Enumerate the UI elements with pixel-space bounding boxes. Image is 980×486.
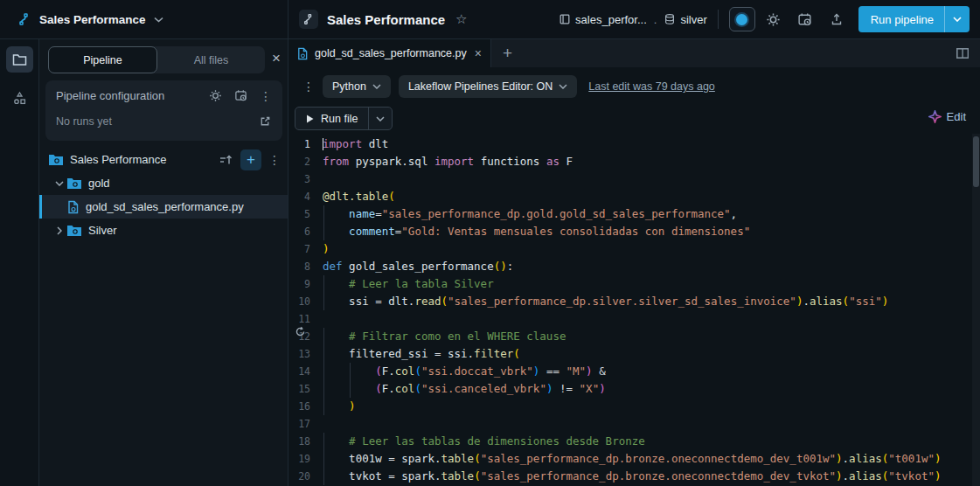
split-view-icon[interactable] [956, 47, 980, 59]
sidebar-tabs: Pipeline All files [48, 46, 265, 73]
compute-status-button[interactable] [729, 7, 755, 31]
share-icon[interactable] [824, 7, 850, 31]
schema-name: silver [680, 13, 706, 26]
favorite-star-icon[interactable]: ☆ [455, 11, 467, 27]
run-file-dropdown[interactable] [369, 116, 392, 122]
config-kebab-icon[interactable]: ⋮ [260, 90, 272, 102]
code-text: @dlt.table( [323, 188, 395, 205]
editor-tab-active[interactable]: gold_sd_sales_performance.py × [288, 39, 491, 67]
run-file-button[interactable]: Run file [295, 107, 393, 130]
tree-item-label: gold_sd_sales_performance.py [86, 200, 244, 213]
run-pipeline-button[interactable]: Run pipeline [858, 6, 970, 32]
code-text: ) [323, 240, 330, 258]
editor-scrollbar[interactable] [972, 134, 980, 486]
mode-label: Lakeflow Pipelines Editor: ON [408, 80, 553, 93]
last-edit-link[interactable]: Last edit was 79 days ago [588, 80, 715, 93]
code-text: ssi = dlt.read("sales_performance_dp.sil… [323, 293, 888, 310]
code-line[interactable]: 5 name="sales_performance_dp.gold.gold_s… [288, 205, 972, 223]
code-text: def gold_sales_performance(): [323, 258, 513, 275]
toolbar-kebab-icon[interactable]: ⋮ [288, 80, 323, 94]
code-line[interactable]: 7) [288, 240, 972, 258]
code-line[interactable]: 20 tvkot = spark.table("sales_performanc… [288, 468, 972, 485]
tree-item-gold[interactable]: gold [39, 171, 288, 195]
pipeline-configuration-card: Pipeline configuration ⋮ No runs yet [45, 80, 282, 141]
language-selector[interactable]: Python [323, 75, 391, 98]
code-line[interactable]: 13 filtered_ssi = ssi.filter( [288, 345, 972, 363]
code-line[interactable]: 1import dlt [288, 135, 972, 153]
code-line[interactable]: 2from pyspark.sql import functions as F [288, 153, 972, 170]
chevron-right-icon[interactable] [52, 226, 66, 235]
sidebar: Pipeline All files × Pipeline configurat… [39, 39, 288, 486]
folder-icon [66, 224, 82, 237]
tab-pipeline[interactable]: Pipeline [48, 46, 157, 73]
code-line[interactable]: 10 ssi = dlt.read("sales_performance_dp.… [288, 293, 972, 310]
code-line[interactable]: 17 [288, 415, 972, 433]
code-line[interactable]: 14 (F.col("ssi.doccat_vbrk") == "M") & [288, 363, 972, 380]
app: Sales Performance Sales Performance ☆ sa… [0, 0, 980, 486]
pipeline-graph-rail-button[interactable] [6, 85, 33, 111]
tab-all-files[interactable]: All files [157, 46, 265, 73]
files-rail-button[interactable] [6, 46, 33, 73]
code-line[interactable]: 3 [288, 170, 972, 188]
file-icon [296, 47, 309, 60]
close-tab-icon[interactable]: × [475, 46, 482, 60]
pipelines-editor-mode-selector[interactable]: Lakeflow Pipelines Editor: ON [399, 75, 577, 98]
config-schedule-icon[interactable] [234, 89, 247, 102]
config-gear-icon[interactable] [209, 89, 222, 102]
code-line[interactable]: 9 # Leer la tabla Silver [288, 275, 972, 293]
code-line[interactable]: 12 # Filtrar como en el WHERE clause [288, 328, 972, 345]
text-cursor [323, 138, 323, 150]
add-file-button[interactable]: + [240, 149, 261, 170]
run-pipeline-dropdown[interactable] [945, 17, 970, 22]
chevron-down-icon[interactable] [52, 181, 66, 186]
code-line[interactable]: 18 # Leer las tablas de dimensiones desd… [288, 433, 972, 450]
sort-icon[interactable] [219, 154, 233, 166]
external-link-icon[interactable] [259, 115, 272, 128]
dlt-table-refresh-icon[interactable] [295, 326, 306, 337]
language-label: Python [332, 80, 366, 93]
code-line[interactable]: 4@dlt.table( [288, 188, 972, 205]
code-line[interactable]: 11 [288, 310, 972, 328]
settings-gear-icon[interactable] [761, 7, 787, 31]
tree-item-gold-sd-sales-performance[interactable]: gold_sd_sales_performance.py [39, 195, 288, 219]
line-number: 19 [288, 450, 323, 468]
code-area[interactable]: 1import dlt2from pyspark.sql import func… [288, 135, 972, 486]
line-number: 9 [288, 275, 323, 293]
code-text: t001w = spark.table("sales_performance_d… [323, 450, 942, 468]
line-number: 13 [288, 345, 323, 363]
catalog-icon [559, 13, 571, 25]
tree-kebab-icon[interactable]: ⋮ [268, 154, 281, 166]
page-title: Sales Performance [327, 12, 445, 27]
scrollbar-thumb[interactable] [973, 136, 979, 187]
folder-icon [48, 153, 64, 166]
pipeline-title-icon [299, 10, 318, 29]
catalog-selector[interactable]: sales_perfor... . silver [559, 13, 707, 26]
file-icon [66, 200, 80, 214]
edit-label: Edit [947, 110, 966, 123]
config-title: Pipeline configuration [56, 89, 209, 102]
line-number: 14 [288, 363, 323, 380]
code-line[interactable]: 8def gold_sales_performance(): [288, 258, 972, 275]
schema-icon [664, 13, 676, 25]
new-tab-button[interactable]: + [491, 44, 524, 63]
tree-root-label: Sales Performance [70, 153, 219, 166]
line-number: 5 [288, 205, 323, 223]
tree-root-sales-performance[interactable]: Sales Performance + ⋮ [39, 148, 288, 171]
code-text: (F.col("ssi.doccat_vbrk") == "M") & [323, 363, 606, 380]
line-number: 10 [288, 293, 323, 310]
line-number: 3 [288, 170, 323, 188]
code-line[interactable]: 15 (F.col("ssi.canceled_vbrk") != "X") [288, 380, 972, 398]
code-line[interactable]: 6 comment="Gold: Ventas mensuales consol… [288, 223, 972, 240]
schedule-calendar-icon[interactable] [792, 7, 818, 31]
topbar-actions: sales_perfor... . silver Run pipel [559, 6, 980, 32]
code-line[interactable]: 16 ) [288, 398, 972, 415]
pipeline-selector[interactable]: Sales Performance [0, 0, 288, 38]
code-text: filtered_ssi = ssi.filter( [323, 345, 520, 363]
assistant-edit-button[interactable]: Edit [928, 110, 966, 123]
close-panel-icon[interactable]: × [272, 51, 281, 66]
code-text: # Leer las tablas de dimensiones desde B… [323, 433, 645, 450]
top-bar: Sales Performance Sales Performance ☆ sa… [0, 0, 980, 39]
tree-item-silver[interactable]: Silver [39, 219, 288, 242]
line-number: 6 [288, 223, 323, 240]
code-line[interactable]: 19 t001w = spark.table("sales_performanc… [288, 450, 972, 468]
